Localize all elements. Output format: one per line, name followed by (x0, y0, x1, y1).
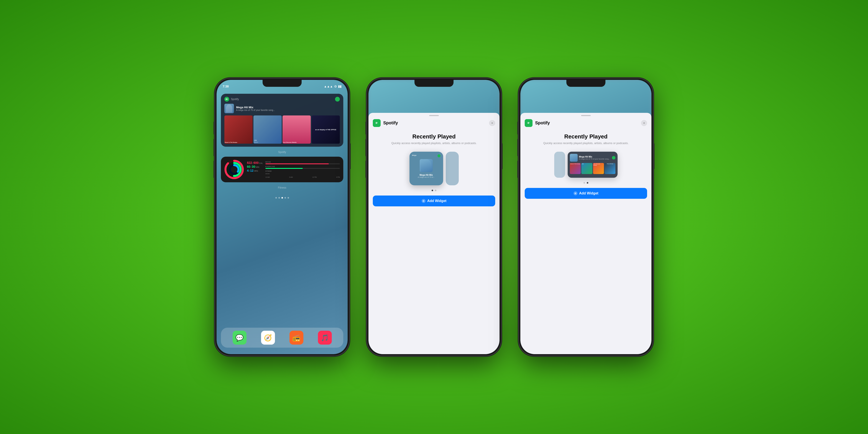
dock-podcasts[interactable]: 📻 (289, 331, 303, 345)
time-label-6pm: 6 PM (336, 177, 340, 178)
widget-preview-area: Mega Mega Hit Mix A mega mix of 75 of... (369, 145, 499, 190)
volume-down-button (517, 161, 519, 178)
sheet-widget-subtitle: Quickly access recently played playlists… (369, 141, 499, 145)
mute-switch (214, 122, 215, 134)
wp-header: Mega (412, 154, 440, 157)
widget-sheet: Spotify × Recently Played Quickly access… (369, 113, 499, 354)
add-icon-2: + (574, 191, 578, 195)
dock-safari[interactable]: 🧭 (261, 331, 275, 345)
widget-app-name: Spotify (231, 98, 333, 101)
notch (566, 80, 606, 87)
sheet-close-button[interactable]: × (489, 120, 495, 126)
sheet-close-button-2[interactable]: × (641, 120, 647, 126)
stand-goal: 12 (250, 169, 254, 172)
spotify-widget-label: Spotify (221, 151, 343, 154)
add-icon: + (422, 199, 426, 203)
page-dots (217, 197, 348, 198)
dock-messages[interactable]: 💬 (232, 331, 247, 345)
activity-rings (224, 160, 244, 179)
wpl-header: Mega Hit Mix A mega mix of 75 of your fa… (570, 154, 615, 162)
album-grid: Down Is The Dumps Life Eaters Your Disco… (224, 116, 340, 144)
wp-subtitle: A mega mix of 75 of... (412, 176, 440, 178)
phone-2: Spotify × Recently Played Quickly access… (367, 78, 501, 356)
wpl-thumb-2: Life (581, 163, 592, 174)
sheet-app-name-2: Spotify (535, 120, 641, 125)
page-dot-2 (278, 197, 280, 198)
phone-1: 7:38 ▲▲▲ ⊙ ▮▮ (215, 78, 349, 356)
wifi-icon: ⊙ (334, 85, 337, 88)
widget-sheet-2: Spotify × Recently Played Quickly access… (520, 113, 651, 354)
album-thumb-1[interactable]: Down Is The Dumps (224, 116, 253, 144)
wpl-spotify-icon (612, 156, 615, 159)
page-dot-3 (281, 197, 283, 198)
sheet-dot-1 (432, 190, 433, 191)
widget-preview-small[interactable]: Mega Mega Hit Mix A mega mix of 75 of... (409, 152, 443, 185)
spotify-sheet-icon (373, 119, 381, 127)
time-label-12am: 12 AM (266, 177, 270, 178)
wpl-sub: A mega mix of 75 of your favorite song..… (579, 158, 611, 160)
spotify-badge-icon (335, 97, 340, 101)
notch (414, 80, 454, 87)
sheet-dot-2 (435, 190, 436, 191)
album-thumb-3[interactable]: Your Discover Weekly (282, 116, 311, 144)
wp-title: Mega Hit Mix (412, 174, 440, 176)
sheet-header: Spotify × (369, 116, 499, 129)
status-icons: ▲▲▲ ⊙ ▮▮ (324, 85, 342, 88)
spotify-app-icon (224, 97, 229, 101)
stand-label: STAND (266, 170, 340, 172)
wp-album-art (420, 159, 433, 172)
add-widget-button-2[interactable]: + Add Widget (525, 188, 647, 199)
dock: 💬 🧭 📻 🎵 (221, 328, 343, 348)
exercise-value: 60 (247, 165, 250, 168)
sheet-dot-4 (587, 182, 588, 184)
dock-music[interactable]: 🎵 (318, 331, 332, 345)
widget-preview-area-2: Mega Hit Mix A mega mix of 75 of your fa… (520, 145, 651, 182)
sheet-widget-title: Recently Played (369, 129, 499, 142)
fitness-stats: 822 / 600 CAL 60 / 30 (247, 161, 340, 178)
widget-picker-screen-2: Spotify × Recently Played Quickly access… (520, 80, 651, 354)
volume-up-button (365, 139, 367, 156)
album-art (224, 104, 234, 113)
fitness-widget[interactable]: 822 / 600 CAL 60 / 30 (221, 157, 343, 182)
sheet-app-name: Spotify (383, 120, 489, 125)
power-button (653, 143, 654, 169)
wpl-album-grid: Down Is The Dumps Life Your Discover Wee… (570, 163, 615, 174)
wpl-album-art (570, 154, 578, 162)
mute-switch (517, 122, 519, 134)
album-thumb-4[interactable]: an art display of THE OFFICE (312, 116, 340, 144)
add-widget-button[interactable]: + Add Widget (373, 195, 495, 206)
power-button (349, 143, 351, 169)
album-thumb-2[interactable]: Life Eaters (253, 116, 282, 144)
widget-preview-large[interactable]: Mega Hit Mix A mega mix of 75 of your fa… (568, 152, 618, 178)
page-dot-4 (284, 197, 286, 198)
wp-mega-label: Mega (412, 154, 416, 156)
spotify-widget[interactable]: Spotify Mega Hit Mix A mega m (221, 94, 343, 147)
move-label: MOVE (266, 161, 340, 163)
wp-spotify-icon (437, 154, 440, 157)
time-label-6am: 6 AM (289, 177, 293, 178)
exercise-goal: 30 (252, 165, 255, 168)
wpl-info: Mega Hit Mix A mega mix of 75 of your fa… (579, 156, 611, 160)
now-playing-row: Mega Hit Mix A mega mix of 75 of your fa… (224, 104, 340, 113)
sheet-widget-title-2: Recently Played (520, 129, 651, 142)
page-dot-1 (275, 197, 277, 198)
stand-unit: HRS (254, 170, 258, 172)
sheet-widget-subtitle-2: Quickly access recently played playlists… (520, 141, 651, 145)
move-goal: 600 (253, 161, 258, 164)
volume-up-button (214, 139, 215, 156)
notch (262, 80, 302, 87)
widget-header: Spotify (224, 97, 340, 101)
sheet-page-dots (369, 190, 499, 191)
exercise-unit: MIN (256, 166, 259, 168)
sheet-header-2: Spotify × (520, 116, 651, 129)
volume-up-button (517, 139, 519, 156)
song-subtitle: A mega mix of 75 of your favorite song..… (236, 109, 340, 111)
song-title: Mega Hit Mix (236, 106, 340, 109)
page-dot-5 (287, 197, 289, 198)
fitness-chart: MOVE EXERCISE STAND (266, 161, 340, 178)
battery-icon: ▮▮ (338, 85, 342, 88)
volume-down-button (365, 161, 367, 178)
wpl-thumb-4: THE OFFICE (604, 163, 615, 174)
move-value: 822 (247, 161, 252, 164)
add-widget-label: Add Widget (427, 199, 446, 203)
